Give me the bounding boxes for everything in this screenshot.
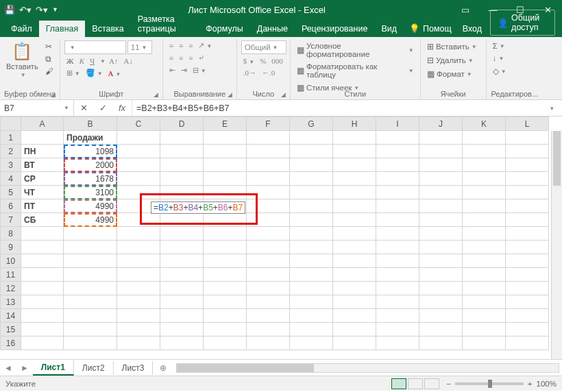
spreadsheet-grid[interactable]: A B C D E F G H I J K L 1Продажи 2ПН1098… (0, 117, 562, 359)
row-header[interactable]: 7 (1, 213, 21, 227)
row-header[interactable]: 4 (1, 172, 21, 186)
inc-indent-button[interactable]: ⇥ (179, 65, 189, 75)
maximize-icon[interactable]: ☐ (510, 5, 530, 15)
close-icon[interactable]: ✕ (537, 5, 558, 15)
tab-pagelayout[interactable]: Разметка страницы (131, 11, 199, 37)
shrink-font-button[interactable]: A↓ (121, 56, 134, 66)
cell[interactable]: ЧТ (21, 186, 64, 199)
percent-button[interactable]: % (258, 56, 268, 66)
col-header[interactable]: J (419, 117, 463, 131)
col-header[interactable]: G (290, 117, 333, 131)
col-header[interactable]: L (506, 117, 549, 131)
col-header[interactable]: A (21, 117, 64, 131)
cell[interactable]: ВТ (21, 158, 64, 172)
view-pagelayout-button[interactable] (408, 378, 423, 389)
cell[interactable]: 3100 (64, 186, 117, 199)
cell[interactable]: 4990 (64, 199, 117, 213)
align-center-button[interactable]: ≡ (177, 53, 185, 63)
tell-me[interactable]: 💡Помощ (404, 20, 457, 37)
align-mid-button[interactable]: ≡ (177, 41, 185, 51)
clear-button[interactable]: ◇▼ (491, 65, 509, 77)
bold-button[interactable]: Ж (64, 56, 76, 66)
cell[interactable]: 2000 (64, 158, 117, 172)
tab-data[interactable]: Данные (250, 21, 295, 37)
cell[interactable]: СБ (21, 213, 64, 227)
formula-bar[interactable]: =B2+B3+B4+B5+B6+B7 ▾ (132, 100, 562, 116)
row-header[interactable]: 1 (1, 131, 21, 145)
row-header[interactable]: 8 (1, 227, 21, 241)
sheet-nav-prev-icon[interactable]: ◄ (0, 363, 16, 373)
row-header[interactable]: 13 (1, 295, 21, 309)
paste-button[interactable]: 📋 Вставить ▼ (4, 40, 40, 79)
tab-insert[interactable]: Вставка (85, 21, 130, 37)
row-header[interactable]: 16 (1, 336, 21, 350)
tab-file[interactable]: Файл (4, 21, 39, 37)
cut-button[interactable]: ✂ (43, 40, 56, 53)
expand-formula-bar-icon[interactable]: ▾ (546, 105, 558, 112)
dec-decimal-button[interactable]: ←.0 (260, 68, 277, 77)
col-header[interactable]: B (64, 117, 117, 131)
sign-in[interactable]: Вход (457, 21, 487, 37)
delete-cells-button[interactable]: ⊟ Удалить▼ (425, 54, 476, 66)
view-pagebreak-button[interactable] (424, 378, 439, 389)
format-cells-button[interactable]: ▦ Формат▼ (425, 68, 474, 80)
select-all-corner[interactable] (1, 117, 21, 131)
font-name-combo[interactable]: ▼ (64, 40, 126, 54)
zoom-thumb[interactable] (488, 380, 492, 388)
format-painter-button[interactable]: 🖌 (43, 66, 56, 77)
sheet-tab[interactable]: Лист2 (74, 361, 114, 375)
row-header[interactable]: 12 (1, 282, 21, 295)
redo-icon[interactable]: ↷▾ (36, 5, 48, 15)
underline-button[interactable]: Ч (88, 56, 97, 66)
cell[interactable]: ПН (21, 145, 64, 158)
dialog-launcher-icon[interactable]: ◢ (154, 91, 158, 98)
minimize-icon[interactable]: — (482, 5, 503, 15)
tab-view[interactable]: Вид (374, 21, 404, 37)
scroll-thumb[interactable] (553, 131, 561, 186)
row-header[interactable]: 10 (1, 254, 21, 268)
inc-decimal-button[interactable]: .0→ (241, 68, 258, 77)
row-header[interactable]: 15 (1, 323, 21, 336)
sheet-tab[interactable]: Лист3 (114, 361, 154, 375)
borders-button[interactable]: ⊞▼ (64, 68, 82, 78)
col-header[interactable]: H (333, 117, 376, 131)
ribbon-display-icon[interactable]: ▭ (455, 5, 476, 15)
tab-home[interactable]: Главная (39, 21, 86, 37)
zoom-level[interactable]: 100% (537, 380, 557, 388)
name-box[interactable]: B7 ▼ (0, 100, 74, 116)
col-header[interactable]: E (204, 117, 247, 131)
fx-button[interactable]: fx (112, 103, 132, 113)
sheet-nav-next-icon[interactable]: ► (16, 363, 33, 373)
cancel-formula-button[interactable]: ✕ (74, 103, 93, 113)
copy-button[interactable]: ⧉ (43, 53, 56, 65)
save-icon[interactable]: 💾 (4, 5, 15, 15)
dec-indent-button[interactable]: ⇤ (167, 65, 178, 75)
vertical-scrollbar[interactable] (551, 131, 562, 359)
sheet-tab[interactable]: Лист1 (33, 360, 74, 376)
add-sheet-button[interactable]: ⊕ (153, 363, 173, 373)
horizontal-scrollbar[interactable] (176, 363, 559, 373)
zoom-in-button[interactable]: + (528, 380, 533, 388)
align-left-button[interactable]: ≡ (167, 53, 175, 63)
accept-formula-button[interactable]: ✓ (93, 103, 112, 113)
col-header[interactable]: I (376, 117, 419, 131)
zoom-slider[interactable] (455, 382, 524, 385)
view-normal-button[interactable] (391, 378, 406, 389)
cell[interactable]: 1098 (64, 145, 117, 158)
wrap-text-button[interactable]: ⤶ (196, 53, 206, 63)
italic-button[interactable]: К (77, 56, 86, 66)
undo-icon[interactable]: ↶▾ (19, 5, 32, 15)
tab-formulas[interactable]: Формулы (199, 21, 249, 37)
row-header[interactable]: 5 (1, 186, 21, 199)
row-header[interactable]: 11 (1, 268, 21, 282)
cell[interactable]: 4990 (64, 213, 117, 227)
align-top-button[interactable]: ≡ (167, 41, 175, 51)
row-header[interactable]: 2 (1, 145, 21, 158)
col-header[interactable]: K (463, 117, 506, 131)
format-as-table-button[interactable]: ▦ Форматировать как таблицу▼ (295, 61, 416, 80)
row-header[interactable]: 14 (1, 309, 21, 323)
font-size-combo[interactable]: 11▼ (127, 40, 152, 54)
col-header[interactable]: D (160, 117, 204, 131)
align-right-button[interactable]: ≡ (186, 53, 195, 63)
col-header[interactable]: C (117, 117, 160, 131)
